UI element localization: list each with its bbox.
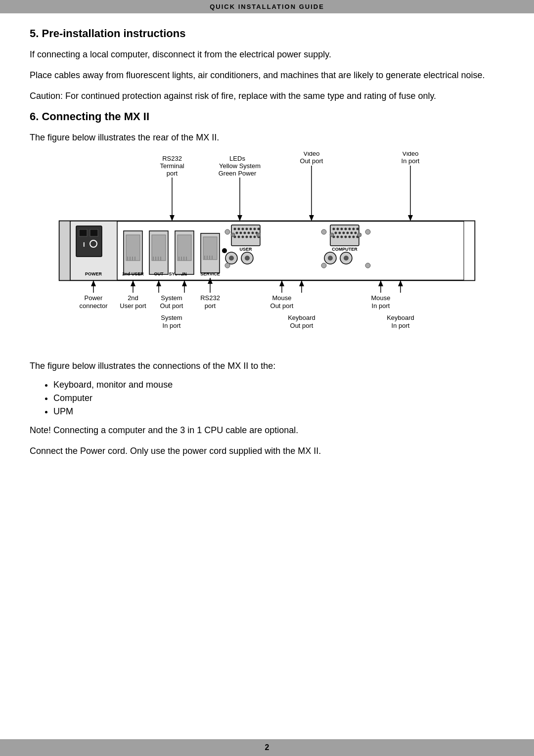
- c-p5: [349, 227, 351, 230]
- computer-label: COMPUTER: [332, 247, 357, 252]
- section6-figure2-intro: The figure below illustrates the connect…: [30, 359, 504, 373]
- u-p18: [250, 235, 252, 238]
- voltage-section: [59, 221, 70, 280]
- u-p15: [238, 235, 240, 238]
- section5-para3: Caution: For continued protection agains…: [30, 89, 504, 103]
- label-sysin-1: System: [161, 314, 182, 321]
- note2: Connect the Power cord. Only use the pow…: [30, 445, 504, 458]
- c-p13: [355, 231, 357, 234]
- arrow-mousein-head: [378, 280, 383, 286]
- indicator-dot: [222, 248, 227, 253]
- comp-mouse-in-inner: [328, 256, 333, 261]
- label-2nduser-2: User port: [120, 302, 146, 310]
- label-sysin-2: In port: [163, 322, 181, 329]
- u-p8: [236, 231, 238, 234]
- label-kbdout-1: Keyboard: [288, 314, 315, 321]
- top-bar: QUICK INSTALLATION GUIDE: [0, 0, 534, 13]
- u-screw2: [257, 233, 261, 237]
- c-p11: [347, 231, 349, 234]
- c-p18: [349, 235, 351, 238]
- c-p9: [339, 231, 341, 234]
- power-label: POWER: [85, 271, 102, 276]
- screw-left-user2: [225, 263, 230, 268]
- c-p16: [341, 235, 343, 238]
- c-p12: [351, 231, 353, 234]
- out-label: OUT: [154, 271, 164, 276]
- label-mousein-2: In port: [372, 302, 390, 310]
- label-video-in-2: In port: [401, 157, 420, 165]
- bullet-list: Keyboard, monitor and mouse Computer UPM: [53, 380, 504, 417]
- device-border: [59, 221, 475, 280]
- power-slot-right: [90, 229, 98, 236]
- c-p3: [341, 227, 343, 230]
- label-kbdin-1: Keyboard: [387, 314, 414, 321]
- c-p17: [345, 235, 347, 238]
- page-number: 2: [265, 743, 269, 752]
- arrow-video-in-head: [408, 215, 413, 221]
- c-p6: [353, 227, 355, 230]
- arrow-sysin-head: [182, 280, 187, 286]
- section5-para2: Place cables away from fluorescent light…: [30, 69, 504, 83]
- arrow-rs232-head: [170, 215, 175, 221]
- u-p9: [240, 231, 242, 234]
- section6-title: 6. Connecting the MX II: [30, 110, 504, 123]
- label-leds-3: Green Power: [219, 170, 257, 177]
- arrow-video-out-head: [309, 215, 314, 221]
- label-sysout-2: Out port: [160, 302, 183, 310]
- user-kbd-out-inner: [245, 256, 250, 261]
- label-mouseout-2: Out port: [270, 302, 294, 310]
- c-p1: [333, 227, 335, 230]
- label-power-1: Power: [85, 294, 103, 302]
- c-p15: [337, 235, 339, 238]
- label-rs232-2: Terminal: [160, 162, 184, 170]
- label-mousein-1: Mouse: [371, 294, 390, 302]
- label-rs232svc-2: port: [205, 302, 216, 310]
- arrow-leds-head: [237, 215, 242, 221]
- arrow-2nduser-head: [131, 280, 135, 286]
- note1: Note! Connecting a computer and the 3 in…: [30, 424, 504, 438]
- label-leds: LEDs: [229, 155, 245, 162]
- label-leds-2: Yellow System: [219, 162, 261, 170]
- screw-left-comp: [321, 229, 326, 234]
- label-video-out-1: Video: [303, 152, 319, 157]
- label-rs232: RS232: [162, 155, 182, 162]
- u-p17: [246, 235, 248, 238]
- diagram-svg: RS232 Terminal port LEDs Yellow System G…: [54, 152, 480, 359]
- c-p8: [335, 231, 337, 234]
- user-vga-label-bottom: USER: [239, 247, 252, 252]
- bullet-item-1: Keyboard, monitor and mouse: [53, 380, 504, 390]
- power-slot-left: [79, 229, 87, 236]
- screw-left-user: [225, 229, 230, 234]
- comp-kbd-in-inner: [344, 256, 349, 261]
- label-mouseout-1: Mouse: [272, 294, 291, 302]
- u-p1: [234, 227, 236, 230]
- screw-left-comp2: [321, 263, 326, 268]
- c-p19: [353, 235, 355, 238]
- in-label: IN: [182, 271, 187, 276]
- label-video-out-2: Out port: [300, 157, 323, 165]
- label-kbdout-2: Out port: [290, 322, 313, 329]
- u-p12: [252, 231, 254, 234]
- section6-intro: The figure below illustrates the rear of…: [30, 131, 504, 145]
- c-p4: [345, 227, 347, 230]
- service-label: SERVICE: [200, 271, 220, 276]
- arrow-mouseout-head: [279, 280, 284, 286]
- bottom-bar: 2: [0, 739, 534, 756]
- website-bar: [464, 221, 475, 280]
- c-p10: [343, 231, 345, 234]
- screw-right-comp: [365, 229, 370, 234]
- label-rs232svc-1: RS232: [200, 294, 220, 302]
- c-screw2: [357, 233, 361, 237]
- label-rs232-3: port: [167, 170, 178, 177]
- arrow-kbdin-head: [398, 280, 403, 286]
- u-p11: [248, 231, 250, 234]
- diagram-figure1: RS232 Terminal port LEDs Yellow System G…: [54, 152, 480, 359]
- label-2nduser-1: 2nd: [128, 294, 138, 302]
- screw-right-comp2: [365, 263, 370, 268]
- u-p3: [242, 227, 244, 230]
- c-p2: [337, 227, 339, 230]
- u-p16: [242, 235, 244, 238]
- u-screw1: [231, 233, 235, 237]
- arrow-power-head: [91, 280, 96, 286]
- u-p19: [254, 235, 256, 238]
